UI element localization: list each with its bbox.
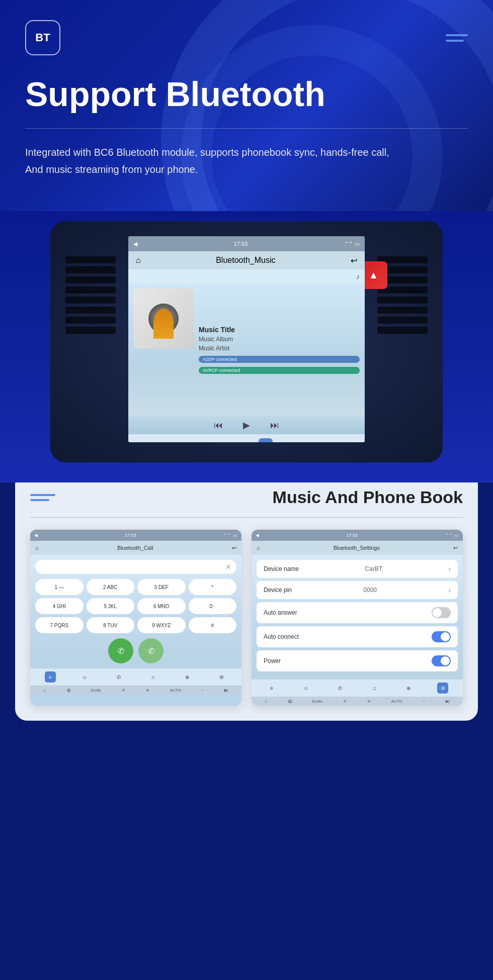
menu-line-1 [446,34,468,36]
playback-controls: ⏮ ▶ ⏭ [128,416,365,434]
call-back-icon[interactable]: ◀ [34,533,38,538]
dial-hash[interactable]: # [189,617,237,633]
auto-connect-toggle[interactable] [432,631,451,642]
settings-bottom-icons: ≡ ☺ ✆ ♫ ⊕ ⚙ [252,679,463,697]
car-screen: ◀ 17:53 ⌃⌃ ▭ ⌂ Bluetooth_Music ↩ ♪ [128,236,365,442]
call-action-buttons: ✆ ✆ [35,638,236,663]
settings-power[interactable]: Power [257,650,458,671]
dial-9[interactable]: 9 WXYZ [137,617,186,633]
call-phone-icon[interactable]: ✆ [113,671,124,682]
hangup-call-button[interactable]: ✆ [138,638,163,663]
dial-1[interactable]: 1 — [35,579,84,595]
subtitle: Integrated with BC6 Bluetooth module, su… [25,144,402,193]
settings-screen-status-bar: ◀ 17:53 ⌃⌃ ▭ [252,530,463,541]
music-artist: Music Artist [199,345,360,352]
hazard-icon: ▲ [369,269,379,281]
settings-phone-icon[interactable]: ✆ [335,682,346,694]
dial-4[interactable]: 4 GHI [35,598,84,614]
s-home: ⌂ [265,699,267,704]
music-info: Music Title Music Album Music Artist A2D… [199,288,360,411]
subtitle-line1: Integrated with BC6 Bluetooth module, su… [25,147,389,158]
call-screen-nav: ⌂ Bluetooth_Call ↩ [30,541,241,555]
call-home-icon[interactable]: ⌂ [35,545,39,551]
home-icon[interactable]: ⌂ [136,256,141,265]
screen-status-bar: ◀ 17:53 ⌃⌃ ▭ [128,236,365,251]
power-label: Power [264,657,281,664]
nav-back-icon[interactable]: ↩ [351,256,357,265]
dial-0[interactable]: 0 · [189,598,237,614]
settings-auto-connect[interactable]: Auto connect [257,626,458,647]
settings-home-icon[interactable]: ⌂ [257,545,260,551]
prev-track-button[interactable]: ⏮ [214,420,223,431]
device-pin-label: Device pin [264,586,292,594]
back-arrow-icon[interactable]: ◀ [133,241,137,247]
dial-5[interactable]: 5 JKL [87,598,135,614]
auto-connect-label: Auto connect [264,633,299,640]
music-icon[interactable]: ♫ [259,438,273,442]
dial-2[interactable]: 2 ABC [87,579,135,595]
settings-link-icon[interactable]: ⊕ [403,682,414,694]
music-album: Music Album [199,336,360,343]
settings-music-icon[interactable]: ♫ [369,682,380,694]
car-body: ▲ ◀ 17:53 ⌃⌃ ▭ ⌂ Bluetooth_Music ↩ ♪ [50,221,443,462]
header-section: BT Support Bluetooth Integrated with BC6… [0,0,493,211]
settings-gear-icon[interactable]: ⚙ [437,682,448,694]
call-settings-icon[interactable]: ⚙ [216,671,227,682]
power-toggle[interactable] [432,655,451,666]
link-icon[interactable]: ⊕ [296,438,310,442]
settings-icon[interactable]: ⚙ [334,438,348,442]
call-music-icon[interactable]: ♫ [147,671,158,682]
device-name-label: Device name [264,565,299,572]
menu-icon[interactable]: ≡ [145,438,159,442]
dial-8[interactable]: 8 TUV [87,617,135,633]
next-track-button[interactable]: ⏭ [270,420,279,431]
settings-menu-icon[interactable]: ≡ [266,682,277,694]
clear-icon[interactable]: ✕ [225,563,231,571]
info-menu-icon[interactable] [30,494,55,501]
call-link-icon[interactable]: ⊕ [182,671,193,682]
call-status-icons: ⌃⌃ ▭ [223,533,237,538]
settings-contacts-icon[interactable]: ☺ [300,682,311,694]
call-menu-icon[interactable]: ≡ [45,671,56,682]
device-name-chevron: › [448,565,451,573]
c-home: ⌂ [43,688,46,693]
vent-slot [65,276,116,283]
call-screen-status-bar: ◀ 17:53 ⌃⌃ ▭ [30,530,241,541]
call-contacts-icon[interactable]: ☺ [79,671,90,682]
auto-answer-label: Auto answer [264,609,297,616]
screen-title: Bluetooth_Music [216,256,275,265]
vent-slot [65,327,116,334]
dial-star[interactable]: * [189,579,237,595]
screen-nav-bar: ⌂ Bluetooth_Music ↩ [128,251,365,269]
settings-auto-answer[interactable]: Auto answer [257,602,458,623]
dial-3[interactable]: 3 DEF [137,579,186,595]
auto-answer-toggle[interactable] [432,607,451,618]
c-fan: ✳ [122,688,125,693]
bottom-icon-bar: ≡ ☺ ✆ ♫ ⊕ ⚙ [128,434,365,442]
c-air: ~ [201,688,204,693]
avrcp-badge: AVRCP connected [199,367,360,374]
answer-call-button[interactable]: ✆ [108,638,133,663]
dial-7[interactable]: 7 PQRS [35,617,84,633]
contacts-icon[interactable]: ☺ [183,438,197,442]
dial-6[interactable]: 6 MNO [137,598,186,614]
play-pause-button[interactable]: ▶ [243,420,250,431]
vent-slot [65,266,116,273]
a2dp-badge: A2DP connected [199,356,360,363]
phone-icon[interactable]: ✆ [221,438,235,442]
call-screen-time: 17:53 [125,533,136,538]
s-fan: ✳ [343,699,347,704]
page-title: Support Bluetooth [25,75,468,113]
call-nav-back[interactable]: ↩ [232,545,236,551]
s-pwr: ⏻ [288,699,292,704]
settings-device-pin[interactable]: Device pin 0000 › [257,581,458,599]
settings-device-name[interactable]: Device name CarBT › [257,560,458,578]
settings-screen-nav: ⌂ Bluetooth_Settings ↩ [252,541,463,555]
settings-nav-back[interactable]: ↩ [453,545,458,551]
menu-button[interactable] [446,34,468,42]
c-ac: ≋ [146,688,149,693]
info-menu-line1 [30,494,55,496]
screen-content: Music Title Music Album Music Artist A2D… [128,283,365,416]
call-screen-body: ✕ 1 — 2 ABC 3 DEF * 4 GHI 5 JKL 6 MNO 0 … [30,555,241,668]
settings-back-icon[interactable]: ◀ [256,533,259,538]
